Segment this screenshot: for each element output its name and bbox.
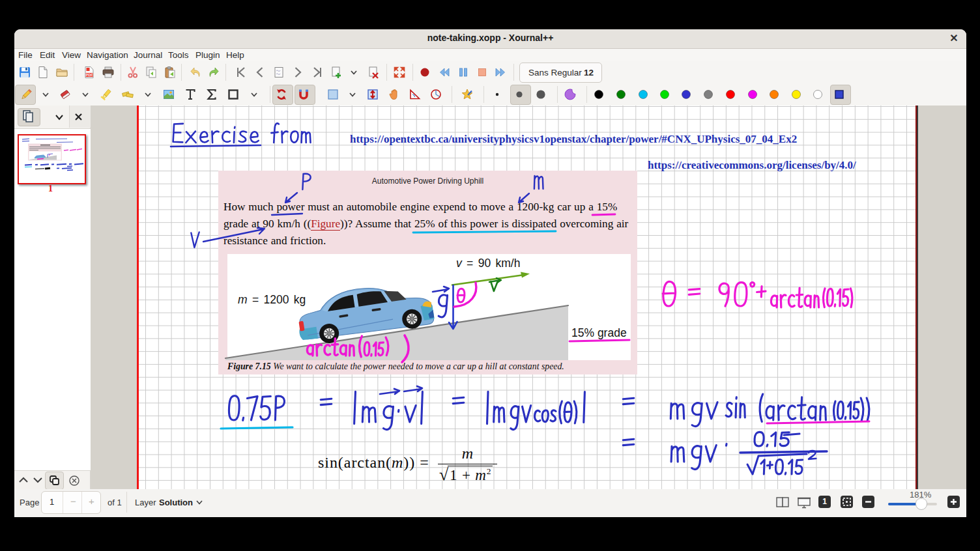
- svg-text:PDF: PDF: [86, 73, 94, 77]
